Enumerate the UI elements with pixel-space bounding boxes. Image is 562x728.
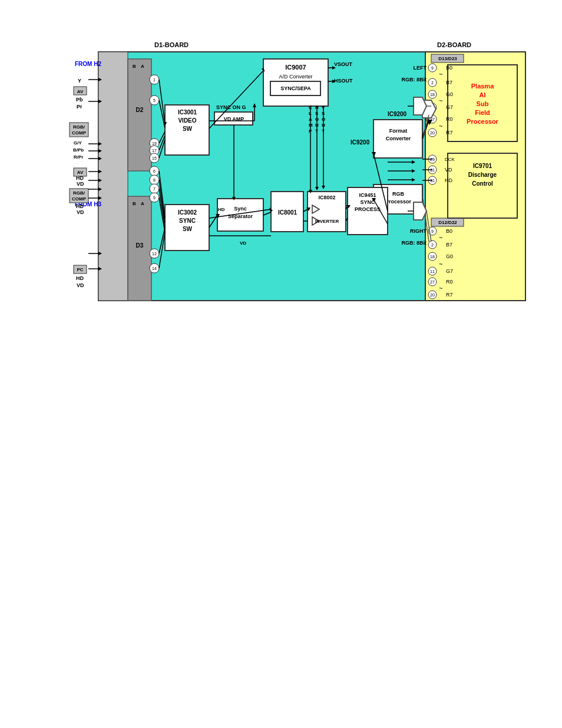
svg-text:IC9200: IC9200 <box>388 111 407 117</box>
svg-rect-110 <box>448 65 517 141</box>
svg-marker-182 <box>262 68 265 72</box>
from-h3-label: FROM H3 <box>75 201 101 207</box>
svg-text:SW: SW <box>183 126 193 132</box>
svg-marker-253 <box>98 149 102 153</box>
d3-conn-label: D3 <box>136 242 144 249</box>
svg-rect-64 <box>263 59 328 106</box>
svg-text:PC: PC <box>77 267 83 272</box>
svg-text:T: T <box>315 129 318 134</box>
svg-text:2: 2 <box>431 243 434 247</box>
svg-point-122 <box>428 64 437 72</box>
svg-text:Pb: Pb <box>76 97 83 103</box>
svg-text:A: A <box>141 201 144 206</box>
svg-text:O: O <box>322 117 325 122</box>
svg-text:IC8001: IC8001 <box>278 209 297 216</box>
from-h2-label: FROM H2 <box>75 61 101 67</box>
svg-marker-204 <box>346 205 351 208</box>
svg-text:COMP: COMP <box>72 130 87 136</box>
svg-text:G7: G7 <box>446 268 453 274</box>
svg-text:~: ~ <box>439 285 442 292</box>
svg-rect-97 <box>308 192 346 232</box>
svg-text:B0: B0 <box>446 65 452 71</box>
svg-marker-176 <box>163 122 167 127</box>
svg-marker-229 <box>414 202 427 220</box>
svg-line-177 <box>159 100 165 128</box>
svg-line-191 <box>159 197 165 232</box>
svg-text:27: 27 <box>430 280 435 284</box>
svg-text:VD: VD <box>445 167 452 173</box>
svg-text:9: 9 <box>153 196 156 200</box>
svg-text:S: S <box>315 111 319 116</box>
svg-line-188 <box>159 171 165 218</box>
svg-text:Converter: Converter <box>386 136 411 141</box>
svg-rect-28 <box>74 265 87 274</box>
svg-text:HD: HD <box>76 203 84 209</box>
svg-rect-0 <box>98 52 425 301</box>
svg-point-52 <box>150 263 159 273</box>
svg-text:HD: HD <box>445 177 452 183</box>
svg-text:AV: AV <box>77 89 84 94</box>
svg-text:B: B <box>133 201 136 206</box>
svg-text:VIDEO: VIDEO <box>178 117 196 124</box>
sync-on-g: SYNC ON G <box>216 104 246 110</box>
svg-text:~: ~ <box>439 234 442 241</box>
svg-text:T: T <box>322 129 325 134</box>
svg-text:Discharge: Discharge <box>468 172 497 178</box>
svg-text:RIGHT: RIGHT <box>410 228 427 234</box>
svg-text:HD: HD <box>76 275 84 281</box>
svg-marker-216 <box>372 198 376 202</box>
svg-text:Pr: Pr <box>77 104 82 110</box>
svg-text:Format: Format <box>389 128 408 134</box>
svg-rect-92 <box>217 199 263 231</box>
svg-rect-19 <box>74 168 87 176</box>
svg-line-179 <box>159 136 165 150</box>
svg-text:HSOUT: HSOUT <box>334 78 353 84</box>
svg-line-192 <box>209 209 271 218</box>
svg-point-46 <box>150 184 159 193</box>
svg-rect-86 <box>373 120 422 158</box>
svg-rect-23 <box>70 189 88 203</box>
svg-line-223 <box>423 199 429 242</box>
svg-text:27: 27 <box>430 117 435 121</box>
svg-text:INVERTER: INVERTER <box>315 219 339 224</box>
svg-text:C: C <box>309 105 312 110</box>
svg-text:20: 20 <box>430 293 435 297</box>
svg-marker-201 <box>306 207 310 211</box>
svg-text:Control: Control <box>472 180 493 187</box>
svg-text:RGB/: RGB/ <box>73 124 85 130</box>
svg-marker-265 <box>98 252 102 255</box>
svg-text:M: M <box>309 123 313 128</box>
svg-point-140 <box>428 129 437 137</box>
svg-marker-255 <box>98 157 102 160</box>
svg-text:U: U <box>315 123 319 128</box>
svg-text:B7: B7 <box>446 80 452 85</box>
svg-text:~: ~ <box>439 261 442 268</box>
svg-point-44 <box>150 175 159 185</box>
svg-text:9: 9 <box>431 229 434 233</box>
svg-text:HD: HD <box>76 175 84 181</box>
svg-text:SYNC: SYNC <box>360 199 375 205</box>
svg-line-175 <box>159 80 165 124</box>
svg-line-197 <box>209 215 217 228</box>
svg-point-34 <box>150 95 159 105</box>
svg-text:H: H <box>315 105 319 110</box>
svg-text:VD: VD <box>240 241 246 246</box>
svg-text:S: S <box>322 111 325 116</box>
svg-rect-67 <box>270 81 320 95</box>
svg-rect-13 <box>70 123 88 137</box>
svg-marker-257 <box>98 170 102 173</box>
svg-marker-249 <box>98 100 102 103</box>
svg-marker-214 <box>372 152 376 157</box>
svg-marker-247 <box>98 78 102 81</box>
svg-marker-185 <box>253 103 256 107</box>
svg-text:L: L <box>309 111 312 116</box>
svg-text:G7: G7 <box>446 104 453 110</box>
svg-point-40 <box>150 153 159 163</box>
svg-line-178 <box>159 131 165 143</box>
svg-text:AV: AV <box>77 170 84 175</box>
svg-line-213 <box>373 153 388 211</box>
svg-text:V: V <box>322 105 325 110</box>
svg-text:5: 5 <box>153 98 156 103</box>
svg-line-217 <box>422 121 428 139</box>
svg-marker-251 <box>98 142 102 146</box>
